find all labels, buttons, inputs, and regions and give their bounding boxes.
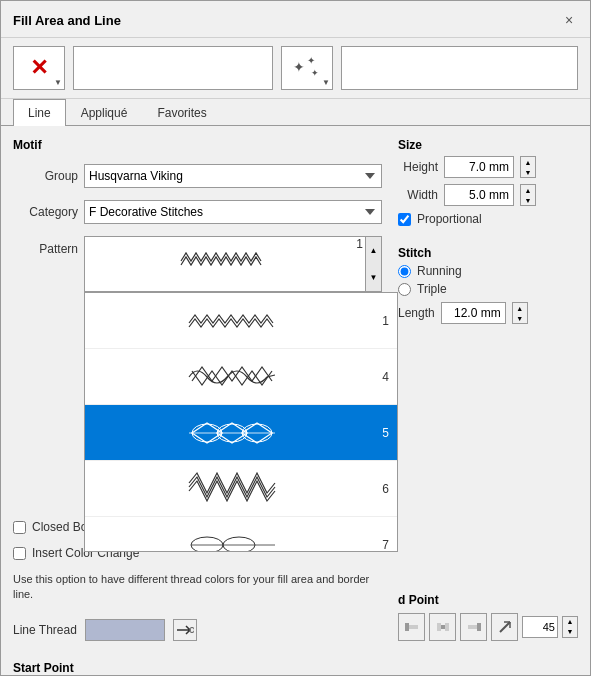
motif-type-input[interactable]: Motif Line xyxy=(341,46,578,90)
length-up-button[interactable]: ▲ xyxy=(513,303,527,313)
size-section: Size Height 7.0 mm ▲ ▼ Width 5.0 mm ▲ ▼ xyxy=(398,138,578,226)
svg-rect-10 xyxy=(405,623,409,631)
pattern-1-preview xyxy=(93,299,371,343)
pattern-dropdown-list: 1 xyxy=(84,292,398,552)
tab-applique[interactable]: Appliqué xyxy=(66,99,143,126)
line-thread-row: Line Thread xyxy=(13,619,382,641)
pattern-preview xyxy=(85,237,356,281)
angle-spinner: ▲ ▼ xyxy=(562,616,578,638)
pattern-list-scrollbar: ▲ ▼ xyxy=(397,293,398,551)
end-point-center[interactable] xyxy=(429,613,456,641)
closed-border-checkbox[interactable] xyxy=(13,521,26,534)
pattern-5-num: 5 xyxy=(371,426,389,440)
triple-radio[interactable] xyxy=(398,283,411,296)
fill-dropdown-arrow: ▼ xyxy=(54,78,62,87)
thread-arrow-icon xyxy=(176,623,194,637)
end-point-left[interactable] xyxy=(398,613,425,641)
pattern-item-4[interactable]: 4 xyxy=(85,349,397,405)
svg-rect-14 xyxy=(445,623,449,631)
close-button[interactable]: × xyxy=(560,11,578,29)
width-label: Width xyxy=(398,188,438,202)
main-content: Motif Group Husqvarna Viking Category F … xyxy=(1,126,590,653)
running-label: Running xyxy=(417,264,462,278)
angle-down-button[interactable]: ▼ xyxy=(563,627,577,637)
group-label: Group xyxy=(13,169,78,183)
height-row: Height 7.0 mm ▲ ▼ xyxy=(398,156,578,178)
start-point-label: Start Point xyxy=(13,661,578,675)
motif-type-button[interactable]: ✦ ✦ ✦ ▼ xyxy=(281,46,333,90)
motif-stars-icon: ✦ ✦ ✦ xyxy=(289,50,325,86)
fill-type-button[interactable]: ✕ ▼ xyxy=(13,46,65,90)
end-point-angle[interactable] xyxy=(491,613,518,641)
insert-color-checkbox[interactable] xyxy=(13,547,26,560)
pattern-5-preview xyxy=(93,411,371,455)
end-point-section: d Point ▲ xyxy=(398,593,578,641)
pattern-selected-area[interactable]: 1 ▲ ▼ xyxy=(84,236,382,292)
proportional-row: Proportional xyxy=(398,212,578,226)
length-label: Length xyxy=(398,306,435,320)
color-description: Use this option to have different thread… xyxy=(13,572,382,603)
pattern-num: 1 xyxy=(356,237,365,291)
category-row: Category F Decorative Stitches xyxy=(13,200,382,224)
height-spinner: ▲ ▼ xyxy=(520,156,536,178)
angle-input[interactable] xyxy=(522,616,558,638)
end-point-label: d Point xyxy=(398,593,578,607)
triple-row: Triple xyxy=(398,282,578,296)
svg-rect-15 xyxy=(468,625,477,629)
thread-swatch xyxy=(85,619,165,641)
dialog-title: Fill Area and Line xyxy=(13,13,121,28)
pattern-4-num: 4 xyxy=(371,370,389,384)
motif-section-header: Motif xyxy=(13,138,382,152)
dialog: Fill Area and Line × ✕ ▼ No Fill ✦ ✦ ✦ ▼… xyxy=(0,0,591,676)
group-row: Group Husqvarna Viking xyxy=(13,164,382,188)
svg-text:✦: ✦ xyxy=(311,68,319,78)
thread-change-button[interactable] xyxy=(173,619,197,641)
height-down-button[interactable]: ▼ xyxy=(521,167,535,177)
category-select[interactable]: F Decorative Stitches xyxy=(84,200,382,224)
proportional-label: Proportional xyxy=(417,212,482,226)
length-down-button[interactable]: ▼ xyxy=(513,313,527,323)
top-bar: ✕ ▼ No Fill ✦ ✦ ✦ ▼ Motif Line xyxy=(1,38,590,99)
end-point-right[interactable] xyxy=(460,613,487,641)
svg-rect-12 xyxy=(437,623,441,631)
selected-pattern-svg xyxy=(176,241,266,277)
height-input[interactable]: 7.0 mm xyxy=(444,156,514,178)
pattern-7-preview xyxy=(93,523,371,553)
group-select[interactable]: Husqvarna Viking xyxy=(84,164,382,188)
pattern-item-1[interactable]: 1 xyxy=(85,293,397,349)
length-row: Length 12.0 mm ▲ ▼ xyxy=(398,302,578,324)
tab-favorites[interactable]: Favorites xyxy=(142,99,221,126)
end-point-buttons: ▲ ▼ xyxy=(398,613,578,641)
stitch-section: Stitch Running Triple Length 12.0 mm ▲ ▼ xyxy=(398,246,578,324)
pattern-item-6[interactable]: 6 xyxy=(85,461,397,517)
pattern-scroll-down[interactable]: ▼ xyxy=(366,264,381,291)
start-point-section: Start Point xyxy=(13,661,578,676)
proportional-checkbox[interactable] xyxy=(398,213,411,226)
tabs: Line Appliqué Favorites xyxy=(1,99,590,126)
width-up-button[interactable]: ▲ xyxy=(521,185,535,195)
start-point-container: Start Point xyxy=(1,653,590,676)
size-section-header: Size xyxy=(398,138,578,152)
tab-line[interactable]: Line xyxy=(13,99,66,126)
left-panel: Motif Group Husqvarna Viking Category F … xyxy=(13,138,382,641)
pattern-item-5[interactable]: 5 xyxy=(85,405,397,461)
fill-type-input[interactable]: No Fill xyxy=(73,46,273,90)
category-label: Category xyxy=(13,205,78,219)
line-thread-label: Line Thread xyxy=(13,623,77,637)
width-input[interactable]: 5.0 mm xyxy=(444,184,514,206)
pattern-area: Pattern 1 xyxy=(13,236,382,292)
pattern-label: Pattern xyxy=(13,242,78,256)
height-up-button[interactable]: ▲ xyxy=(521,157,535,167)
angle-up-button[interactable]: ▲ xyxy=(563,617,577,627)
right-panel: Size Height 7.0 mm ▲ ▼ Width 5.0 mm ▲ ▼ xyxy=(398,138,578,641)
pattern-1-num: 1 xyxy=(371,314,389,328)
running-radio[interactable] xyxy=(398,265,411,278)
width-down-button[interactable]: ▼ xyxy=(521,195,535,205)
no-fill-icon: ✕ xyxy=(30,55,48,81)
pattern-scroll-up[interactable]: ▲ xyxy=(366,237,381,264)
pattern-item-7[interactable]: 7 xyxy=(85,517,397,552)
pattern-4-preview xyxy=(93,355,371,399)
length-input[interactable]: 12.0 mm xyxy=(441,302,506,324)
pattern-6-num: 6 xyxy=(371,482,389,496)
pattern-7-num: 7 xyxy=(371,538,389,552)
